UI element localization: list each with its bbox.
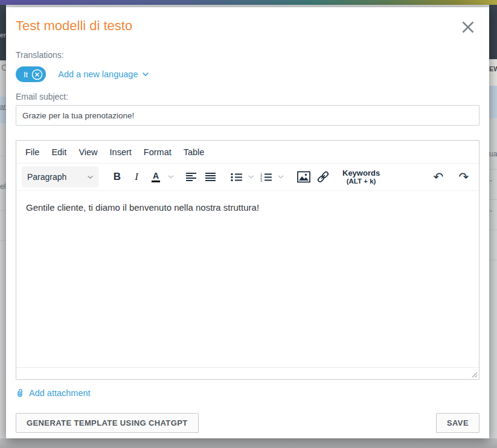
chevron-down-icon: [278, 175, 284, 179]
bullet-list-button[interactable]: [228, 168, 244, 186]
remove-language-icon[interactable]: [31, 69, 43, 80]
add-language-button[interactable]: Add a new language: [58, 69, 149, 79]
numbered-list-icon: 1 2 3: [260, 173, 272, 182]
background-row-line: [489, 260, 497, 260]
language-pill-it[interactable]: It: [16, 66, 46, 82]
keywords-label: Keywords: [342, 169, 380, 178]
redo-button[interactable]: ↷: [456, 168, 472, 186]
justify-icon: [205, 172, 216, 182]
link-icon: [316, 170, 330, 184]
add-language-label: Add a new language: [58, 69, 138, 79]
bullet-list-icon: [231, 173, 242, 182]
background-row-line: [0, 210, 6, 211]
bold-icon: B: [114, 171, 121, 183]
menu-view[interactable]: View: [72, 145, 103, 159]
text-color-icon: A: [152, 171, 160, 182]
background-fragment-el: el: [0, 182, 5, 191]
background-right-edge: EW ua - -: [489, 5, 497, 448]
text-color-menu-button[interactable]: [166, 168, 175, 186]
background-fragment-new: EW: [489, 65, 497, 72]
justify-button[interactable]: [203, 168, 219, 186]
redo-icon: ↷: [459, 171, 469, 183]
save-button[interactable]: SAVE: [436, 413, 479, 433]
background-fragment-c: C: [1, 62, 6, 72]
background-left-edge: erv C ar el: [0, 5, 6, 448]
editor-statusbar: [16, 367, 479, 379]
history-group: ↶ ↷: [429, 168, 473, 186]
add-attachment-button[interactable]: Add attachment: [16, 388, 91, 398]
modal-footer: GENERATE TEMPLATE USING CHATGPT SAVE: [16, 413, 479, 433]
background-row-line: [489, 229, 497, 230]
align-left-icon: [186, 172, 197, 182]
paperclip-icon: [16, 388, 24, 398]
text-template-modal: Test modelli di testo Translations: It A…: [6, 7, 489, 438]
background-fragment-dash: -: [490, 176, 492, 185]
chevron-down-icon: [168, 175, 174, 179]
background-band: [489, 59, 497, 86]
background-row-line: [0, 240, 6, 241]
chevron-down-icon: [248, 175, 254, 179]
close-button[interactable]: [460, 19, 476, 35]
background-fragment-dash: -: [490, 206, 492, 215]
text-color-button[interactable]: A: [148, 168, 164, 186]
keywords-button[interactable]: Keywords (ALT + k): [341, 169, 381, 185]
numbered-list-menu-button[interactable]: [276, 168, 285, 186]
menu-table[interactable]: Table: [178, 145, 211, 159]
background-fragment-ua: ua: [489, 150, 497, 158]
paragraph-style-select[interactable]: Paragraph: [22, 167, 98, 187]
svg-text:3: 3: [260, 178, 262, 181]
bold-button[interactable]: B: [109, 168, 125, 186]
menu-insert[interactable]: Insert: [104, 145, 138, 159]
modal-header: Test modelli di testo: [16, 16, 479, 35]
menu-file[interactable]: File: [19, 145, 45, 159]
background-header-right: [489, 5, 497, 59]
menu-edit[interactable]: Edit: [45, 145, 72, 159]
insert-link-button[interactable]: [315, 168, 331, 186]
menu-format[interactable]: Format: [138, 145, 178, 159]
add-attachment-label: Add attachment: [29, 388, 91, 398]
paragraph-style-label: Paragraph: [27, 172, 66, 182]
align-left-button[interactable]: [184, 168, 199, 186]
background-bottom-edge: [0, 438, 497, 448]
insert-image-button[interactable]: [296, 168, 312, 186]
editor-content-text[interactable]: Gentile cliente, ti diamo il benvenuto n…: [26, 201, 469, 214]
background-band: [0, 97, 6, 123]
browser-theme-bar: [0, 0, 497, 5]
translations-label: Translations:: [16, 50, 479, 60]
numbered-list-button[interactable]: 1 2 3: [258, 168, 274, 186]
keywords-shortcut: (ALT + k): [347, 178, 376, 185]
background-row-line: [489, 169, 497, 170]
italic-button[interactable]: I: [129, 168, 144, 186]
language-pill-label: It: [24, 70, 28, 79]
background-fragment-ar: ar: [0, 103, 6, 110]
editor-toolbar: Paragraph B I A: [16, 163, 479, 190]
background-band: [489, 86, 497, 118]
background-row-line: [489, 199, 497, 200]
translations-row: It Add a new language: [16, 66, 479, 82]
modal-title: Test modelli di testo: [16, 17, 132, 35]
editor-menubar: File Edit View Insert Format Table: [16, 141, 479, 163]
rich-text-editor: File Edit View Insert Format Table Parag…: [16, 140, 479, 380]
undo-icon: ↶: [434, 171, 444, 183]
generate-template-button[interactable]: GENERATE TEMPLATE USING CHATGPT: [16, 413, 199, 433]
bullet-list-menu-button[interactable]: [246, 168, 255, 186]
undo-button[interactable]: ↶: [431, 168, 446, 186]
background-nav-fragment: erv: [0, 31, 6, 39]
chevron-down-icon: [142, 72, 149, 77]
italic-icon: I: [135, 171, 138, 183]
chevron-down-icon: [87, 175, 94, 179]
background-row-line: [0, 156, 6, 156]
close-icon: [461, 21, 475, 34]
editor-content-area[interactable]: Gentile cliente, ti diamo il benvenuto n…: [16, 190, 479, 367]
screen: erv C ar el EW ua - - Test modelli di te…: [0, 0, 497, 448]
email-subject-label: Email subject:: [16, 92, 479, 101]
resize-grip-icon[interactable]: [471, 371, 478, 378]
email-subject-input[interactable]: [16, 105, 479, 126]
image-icon: [297, 171, 310, 183]
